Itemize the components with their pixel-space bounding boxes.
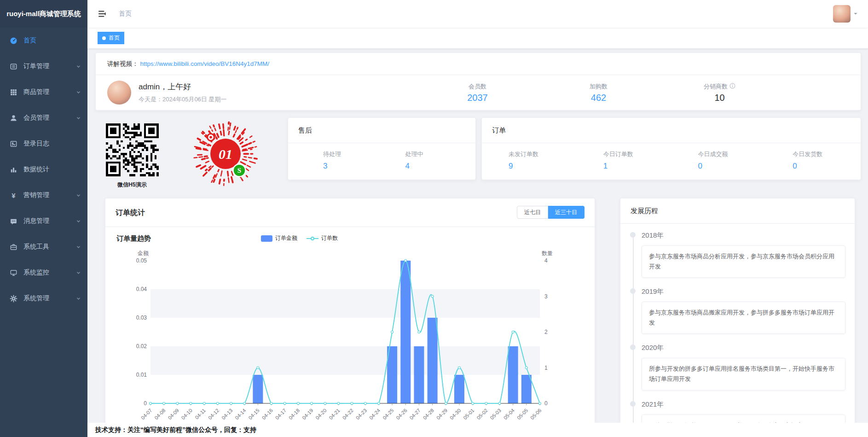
sidebar-item-orders[interactable]: 订单管理 — [0, 53, 87, 79]
aftersale-card: 售后 待处理3处理中4 — [288, 117, 476, 180]
member-icon — [9, 114, 17, 122]
history-timeline: 2018年参与京东服务市场商品分析应用开发，参与京东服务市场会员积分应用开发20… — [620, 224, 855, 437]
tags-view: 首页 — [87, 28, 868, 49]
svg-text:04-30: 04-30 — [449, 408, 462, 420]
svg-text:04-16: 04-16 — [261, 408, 274, 420]
stat-分销商数: 分销商数10 — [659, 82, 780, 103]
svg-text:04-17: 04-17 — [274, 408, 287, 420]
svg-text:04-24: 04-24 — [368, 408, 381, 420]
sidebar-item-data-stats[interactable]: 数据统计 — [0, 157, 87, 182]
line-swatch-circle — [311, 237, 314, 240]
stats-icon — [9, 165, 17, 174]
stat-label: 今日成交额 — [698, 150, 766, 158]
svg-text:0.02: 0.02 — [136, 343, 147, 350]
stat-待处理: 待处理3 — [288, 150, 393, 171]
sidebar-item-sys-manage[interactable]: 系统管理 — [0, 286, 87, 311]
svg-text:04-14: 04-14 — [234, 408, 247, 420]
svg-text:04-21: 04-21 — [328, 408, 341, 420]
svg-text:04-10: 04-10 — [180, 408, 193, 420]
gear-icon — [9, 294, 17, 303]
stat-label: 未发订单数 — [509, 150, 577, 158]
order-card: 订单 未发订单数9今日订单数1今日成交额0今日发货数0 — [481, 117, 861, 180]
range-button-7d[interactable]: 近七日 — [517, 206, 548, 219]
sidebar-menu: 首页订单管理商品管理会员管理登录日志数据统计¥营销管理消息管理系统工具系统监控系… — [0, 28, 87, 311]
chart-body: 订单量趋势 订单金额订单数 金额数量00.010.020.030.040.050… — [105, 227, 595, 432]
svg-text:04-07: 04-07 — [140, 408, 153, 420]
sidebar-item-sys-tools[interactable]: 系统工具 — [0, 234, 87, 260]
svg-text:04-13: 04-13 — [220, 408, 233, 420]
user-dropdown[interactable] — [833, 5, 858, 23]
footer-support-text: 技术支持：关注“编写美好前程”微信公众号，回复：支持 — [87, 423, 868, 437]
chevron-down-icon — [76, 64, 81, 69]
caret-down-icon — [853, 12, 858, 16]
svg-text:04-22: 04-22 — [341, 408, 354, 420]
sidebar-item-label: 订单管理 — [23, 62, 49, 70]
stat-value: 1 — [603, 162, 671, 171]
stat-value: 3 — [323, 162, 393, 171]
sidebar-item-label: 登录日志 — [23, 140, 49, 148]
avatar[interactable] — [833, 5, 851, 23]
stat-value: 0 — [793, 162, 861, 171]
sidebar-item-members[interactable]: 会员管理 — [0, 105, 87, 131]
sidebar-toggle-icon[interactable] — [98, 9, 107, 18]
today-date: 今天是：2024年05月06日 星期一 — [139, 95, 226, 104]
sidebar-item-label: 系统管理 — [23, 294, 49, 303]
legend-item-amount[interactable]: 订单金额 — [261, 234, 297, 242]
svg-text:04-25: 04-25 — [382, 408, 394, 420]
svg-text:01: 01 — [219, 146, 232, 162]
svg-text:04-27: 04-27 — [408, 408, 421, 420]
chevron-down-icon — [76, 245, 81, 250]
marketing-icon: ¥ — [9, 191, 17, 199]
sidebar-item-sys-monitor[interactable]: 系统监控 — [0, 260, 87, 286]
monitor-icon — [9, 268, 17, 277]
legend-item-count[interactable]: 订单数 — [307, 234, 338, 242]
timeline-year: 2020年 — [642, 344, 845, 352]
sidebar-item-messages[interactable]: 消息管理 — [0, 208, 87, 234]
svg-text:05-01: 05-01 — [462, 408, 475, 420]
svg-text:04-28: 04-28 — [422, 408, 435, 420]
order-icon — [9, 62, 17, 70]
sidebar-item-goods[interactable]: 商品管理 — [0, 79, 87, 105]
range-button-group: 近七日近三十日 — [517, 206, 584, 219]
stat-今日订单数: 今日订单数1 — [577, 150, 671, 171]
stat-label: 今日发货数 — [793, 150, 861, 158]
svg-text:04-23: 04-23 — [355, 408, 368, 420]
svg-text:05-02: 05-02 — [475, 408, 488, 420]
sidebar-item-marketing[interactable]: ¥营销管理 — [0, 182, 87, 208]
sidebar-item-home[interactable]: 首页 — [0, 28, 87, 53]
timeline-dot — [630, 232, 636, 238]
stat-今日成交额: 今日成交额0 — [671, 150, 766, 171]
stat-label: 待处理 — [323, 150, 393, 158]
range-button-30d[interactable]: 近三十日 — [548, 206, 584, 219]
svg-text:04-18: 04-18 — [288, 408, 301, 420]
history-title: 发展历程 — [620, 198, 855, 224]
timeline-item: 2019年参与京东服务市场商品搬家应用开发，参与拼多多服务市场订单应用开发 — [642, 287, 845, 334]
svg-text:04-20: 04-20 — [314, 408, 327, 420]
chart-card-header: 订单统计 近七日近三十日 — [105, 198, 595, 227]
h5-qr-block: 微信H5演示 — [105, 123, 159, 189]
chart-legend: 订单金额订单数 — [261, 234, 338, 242]
chevron-down-icon — [76, 296, 81, 301]
info-icon[interactable] — [729, 83, 735, 90]
breadcrumb[interactable]: 首页 — [119, 10, 132, 18]
line-swatch — [307, 235, 318, 242]
svg-text:04-11: 04-11 — [194, 408, 207, 420]
order-title: 订单 — [482, 118, 861, 143]
video-link[interactable]: https://www.bilibili.com/video/BV16N4y1d… — [140, 60, 270, 67]
chart-card-title: 订单统计 — [116, 209, 145, 216]
svg-text:金额: 金额 — [137, 250, 149, 256]
stat-value: 2037 — [417, 93, 538, 103]
sidebar-item-login-log[interactable]: 登录日志 — [0, 131, 87, 157]
chevron-down-icon — [76, 116, 81, 121]
tag-home[interactable]: 首页 — [98, 32, 124, 44]
aftersale-title: 售后 — [288, 118, 475, 143]
bar-swatch — [261, 235, 272, 242]
stat-value: 9 — [509, 162, 577, 171]
tag-label: 首页 — [109, 34, 120, 42]
svg-text:0.01: 0.01 — [136, 372, 147, 378]
svg-text:04-19: 04-19 — [301, 408, 314, 420]
order-stats: 未发订单数9今日订单数1今日成交额0今日发货数0 — [482, 143, 861, 171]
legend-label: 订单金额 — [275, 234, 297, 242]
stat-value: 10 — [659, 93, 780, 103]
order-statistics-card: 订单统计 近七日近三十日 订单量趋势 订单金额订单数 金额数量00.010.02… — [105, 198, 595, 437]
